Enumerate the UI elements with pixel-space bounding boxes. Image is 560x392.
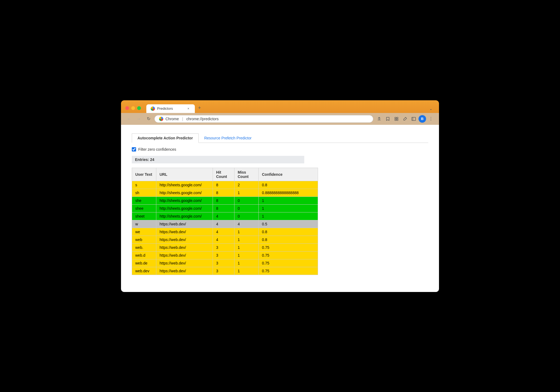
extensions-button[interactable]: [393, 115, 400, 123]
cell-confidence: 0.8: [259, 228, 318, 236]
table-row: web.dhttps://web.dev/310.75: [132, 251, 318, 259]
table-row: wehttps://web.dev/410.8: [132, 228, 318, 236]
cell-usertext: web.d: [132, 251, 156, 259]
svg-rect-0: [395, 117, 396, 119]
cell-url: http://sheets.google.com/: [156, 197, 213, 204]
cell-confidence: 0.8: [259, 181, 318, 189]
cell-confidence: 0.75: [259, 267, 318, 275]
cell-usertext: web.dev: [132, 267, 156, 275]
sidebar-button[interactable]: [410, 115, 417, 123]
svg-rect-3: [397, 119, 398, 121]
table-row: whttps://web.dev/440.5: [132, 220, 318, 228]
cell-miss: 1: [234, 259, 259, 267]
cell-url: http://sheets.google.com/: [156, 189, 213, 197]
table-row: sheethttp://sheets.google.com/401: [132, 212, 318, 220]
bookmark-button[interactable]: [384, 115, 392, 123]
page-content: Autocomplete Action Predictor Resource P…: [121, 125, 439, 292]
tab-close-icon[interactable]: ×: [186, 106, 191, 111]
cell-hit: 3: [213, 267, 234, 275]
reload-button[interactable]: ↻: [145, 115, 152, 123]
table-row: webhttps://web.dev/410.8: [132, 236, 318, 243]
menu-button[interactable]: ⋮: [427, 115, 435, 123]
close-button[interactable]: [125, 106, 129, 110]
cell-miss: 1: [234, 251, 259, 259]
table-row: web.devhttps://web.dev/310.75: [132, 267, 318, 275]
cell-miss: 1: [234, 236, 259, 243]
cell-hit: 4: [213, 212, 234, 220]
address-input[interactable]: Chrome | chrome://predictors: [154, 115, 373, 123]
cell-hit: 4: [213, 236, 234, 243]
cell-hit: 8: [213, 197, 234, 204]
cell-url: https://web.dev/: [156, 228, 213, 236]
svg-rect-4: [412, 117, 416, 121]
tab-title: Predictors: [157, 106, 184, 111]
table-row: shttp://sheets.google.com/820.8: [132, 181, 318, 189]
cell-hit: 3: [213, 251, 234, 259]
filter-checkbox[interactable]: [132, 147, 136, 152]
browser-tab[interactable]: Predictors ×: [146, 104, 195, 113]
cell-url: https://web.dev/: [156, 251, 213, 259]
cell-url: https://web.dev/: [156, 259, 213, 267]
cell-confidence: 1: [259, 197, 318, 204]
cell-usertext: shee: [132, 204, 156, 212]
cell-confidence: 1: [259, 212, 318, 220]
cell-hit: 8: [213, 181, 234, 189]
maximize-button[interactable]: [137, 106, 141, 110]
cell-miss: 0: [234, 204, 259, 212]
cell-miss: 0: [234, 197, 259, 204]
cell-url: https://web.dev/: [156, 243, 213, 251]
tab-menu-button[interactable]: ⌄: [427, 105, 435, 112]
tab-autocomplete[interactable]: Autocomplete Action Predictor: [132, 133, 199, 143]
cell-hit: 4: [213, 228, 234, 236]
cell-miss: 2: [234, 181, 259, 189]
col-header-miss: Miss Count: [234, 168, 259, 181]
cell-usertext: s: [132, 181, 156, 189]
table-row: shhttp://sheets.google.com/810.888888888…: [132, 189, 318, 197]
cell-hit: 4: [213, 220, 234, 228]
cell-miss: 1: [234, 267, 259, 275]
filter-label: Filter zero confidences: [138, 147, 176, 152]
cell-url: http://sheets.google.com/: [156, 212, 213, 220]
window-controls: [125, 106, 141, 110]
minimize-button[interactable]: [131, 106, 135, 110]
cell-usertext: sheet: [132, 212, 156, 220]
col-header-hit: Hit Count: [213, 168, 234, 181]
cell-url: https://web.dev/: [156, 267, 213, 275]
toolbar-icons: B ⋮: [375, 115, 435, 123]
cell-usertext: sh: [132, 189, 156, 197]
pipette-button[interactable]: [401, 115, 409, 123]
cell-hit: 8: [213, 189, 234, 197]
filter-row: Filter zero confidences: [132, 147, 428, 152]
share-button[interactable]: [375, 115, 383, 123]
address-divider: |: [182, 117, 183, 121]
cell-hit: 3: [213, 243, 234, 251]
cell-miss: 1: [234, 243, 259, 251]
cell-usertext: she: [132, 197, 156, 204]
cell-confidence: 0.75: [259, 243, 318, 251]
tab-prefetch[interactable]: Resource Prefetch Predictor: [199, 133, 257, 143]
cell-confidence: 0.8: [259, 236, 318, 243]
cell-confidence: 0.5: [259, 220, 318, 228]
svg-rect-1: [397, 117, 398, 119]
entries-count: Entries: 24: [135, 157, 154, 162]
col-header-url: URL: [156, 168, 213, 181]
back-button[interactable]: ←: [125, 115, 133, 123]
profile-button[interactable]: B: [419, 115, 426, 123]
table-row: shehttp://sheets.google.com/801: [132, 197, 318, 204]
cell-confidence: 1: [259, 204, 318, 212]
cell-hit: 8: [213, 204, 234, 212]
table-row: sheehttp://sheets.google.com/801: [132, 204, 318, 212]
address-url-text: chrome://predictors: [186, 117, 219, 121]
cell-usertext: w: [132, 220, 156, 228]
cell-url: http://sheets.google.com/: [156, 204, 213, 212]
cell-usertext: we: [132, 228, 156, 236]
chrome-favicon-icon: [159, 117, 163, 121]
col-header-confidence: Confidence: [259, 168, 318, 181]
new-tab-button[interactable]: +: [195, 104, 204, 112]
tab-favicon-icon: [151, 106, 155, 111]
col-header-usertext: User Text: [132, 168, 156, 181]
browser-window: Predictors × + ⌄ ← → ↻ Chrome | chrome:/…: [121, 100, 439, 292]
forward-button[interactable]: →: [135, 115, 143, 123]
svg-rect-2: [395, 119, 396, 121]
data-table: User Text URL Hit Count Miss Count Confi…: [132, 168, 318, 275]
